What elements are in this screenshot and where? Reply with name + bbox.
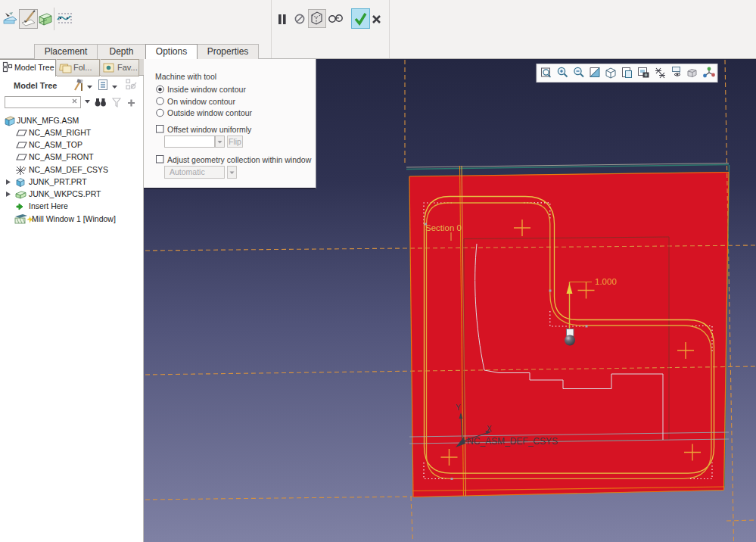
- svg-text:Section 0: Section 0: [425, 223, 462, 232]
- svg-text:x: x: [24, 166, 26, 170]
- svg-text:X: X: [487, 425, 492, 433]
- svg-text:1.000: 1.000: [595, 277, 617, 286]
- svg-text:Y: Y: [456, 403, 461, 412]
- svg-text:NC_ASM_DEF_CSYS: NC_ASM_DEF_CSYS: [467, 436, 558, 447]
